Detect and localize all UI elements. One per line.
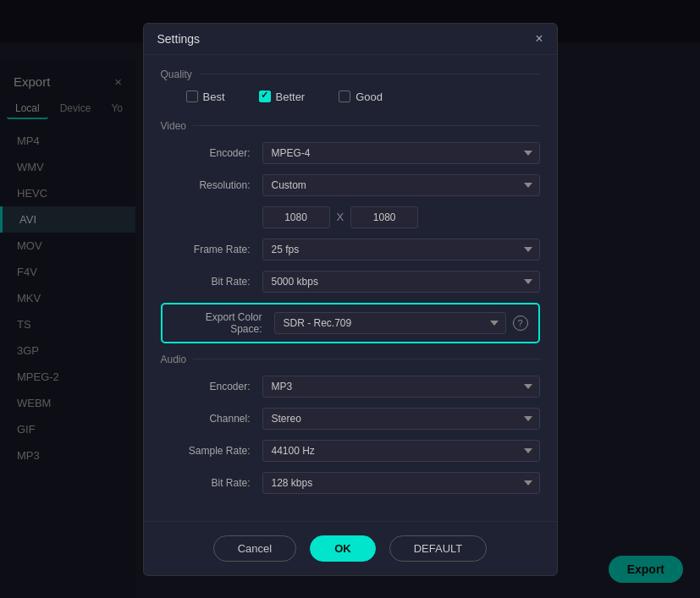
color-space-row: Export Color Space: SDR - Rec.709 HDR - … [161,303,540,343]
audio-channel-label: Channel: [161,413,262,425]
video-bitrate-select[interactable]: 5000 kbps 8000 kbps 10000 kbps [262,271,540,293]
video-framerate-select[interactable]: 25 fps 30 fps 60 fps [262,239,540,261]
video-bitrate-row: Bit Rate: 5000 kbps 8000 kbps 10000 kbps [161,271,540,293]
color-space-select[interactable]: SDR - Rec.709 HDR - Rec.2020 [274,312,506,334]
dialog-header: Settings × [144,24,557,55]
cancel-button[interactable]: Cancel [213,535,296,562]
audio-encoder-row: Encoder: MP3 AAC WAV [161,376,540,398]
audio-samplerate-select[interactable]: 44100 Hz 48000 Hz 22050 Hz [262,440,540,462]
audio-bitrate-row: Bit Rate: 128 kbps 192 kbps 320 kbps [161,472,540,494]
color-space-help-icon[interactable]: ? [513,315,528,331]
video-framerate-row: Frame Rate: 25 fps 30 fps 60 fps [161,239,540,261]
audio-channel-control: Stereo Mono 5.1 [262,408,540,430]
ok-button[interactable]: OK [310,535,376,562]
video-encoder-control: MPEG-4 H.264 H.265 [262,142,540,164]
audio-samplerate-label: Sample Rate: [161,445,262,457]
resolution-inputs: 1080 X 1080 [262,206,540,228]
quality-better-label: Better [276,91,306,103]
quality-best-checkbox[interactable] [186,91,198,102]
video-resolution-inputs-row: 1080 X 1080 [161,206,540,228]
audio-encoder-label: Encoder: [161,381,262,392]
audio-section-label: Audio [161,354,540,365]
video-section-label: Video [161,120,540,132]
resolution-width-input[interactable]: 1080 [262,206,330,228]
quality-best-label: Best [203,91,225,103]
quality-row: Best Better Good [161,91,540,103]
default-button[interactable]: DEFAULT [389,535,488,562]
audio-channel-select[interactable]: Stereo Mono 5.1 [262,408,540,430]
audio-samplerate-control: 44100 Hz 48000 Hz 22050 Hz [262,440,540,462]
video-bitrate-label: Bit Rate: [161,276,262,288]
resolution-height-input[interactable]: 1080 [350,206,418,228]
quality-section-label: Quality [161,69,540,80]
audio-encoder-select[interactable]: MP3 AAC WAV [262,376,540,398]
quality-best[interactable]: Best [186,91,225,103]
modal-overlay: Settings × Quality Best Better Go [0,0,700,598]
audio-bitrate-control: 128 kbps 192 kbps 320 kbps [262,472,540,494]
audio-encoder-control: MP3 AAC WAV [262,376,540,398]
audio-samplerate-row: Sample Rate: 44100 Hz 48000 Hz 22050 Hz [161,440,540,462]
video-resolution-control: Custom 1920x1080 1280x720 [262,174,540,196]
dialog-close-button[interactable]: × [535,32,543,46]
audio-bitrate-label: Bit Rate: [161,477,262,489]
settings-dialog: Settings × Quality Best Better Go [143,23,558,576]
dialog-body: Quality Best Better Good Video [144,55,557,521]
quality-better-checkbox[interactable] [259,91,271,102]
video-resolution-label: Resolution: [161,179,262,191]
dialog-footer: Cancel OK DEFAULT [144,521,557,575]
quality-good-checkbox[interactable] [339,91,350,102]
video-encoder-label: Encoder: [161,147,262,159]
resolution-x-separator: X [337,211,344,223]
video-resolution-select[interactable]: Custom 1920x1080 1280x720 [262,174,540,196]
video-resolution-row: Resolution: Custom 1920x1080 1280x720 [161,174,540,196]
quality-better[interactable]: Better [259,91,306,103]
quality-good-label: Good [356,91,383,103]
video-encoder-select[interactable]: MPEG-4 H.264 H.265 [262,142,540,164]
audio-bitrate-select[interactable]: 128 kbps 192 kbps 320 kbps [262,472,540,494]
quality-good[interactable]: Good [339,91,383,103]
audio-channel-row: Channel: Stereo Mono 5.1 [161,408,540,430]
video-bitrate-control: 5000 kbps 8000 kbps 10000 kbps [262,271,540,293]
video-encoder-row: Encoder: MPEG-4 H.264 H.265 [161,142,540,164]
color-space-control: SDR - Rec.709 HDR - Rec.2020 ? [274,312,528,334]
dialog-title: Settings [157,32,201,46]
video-framerate-control: 25 fps 30 fps 60 fps [262,239,540,261]
color-space-label: Export Color Space: [173,311,274,335]
video-framerate-label: Frame Rate: [161,244,262,255]
